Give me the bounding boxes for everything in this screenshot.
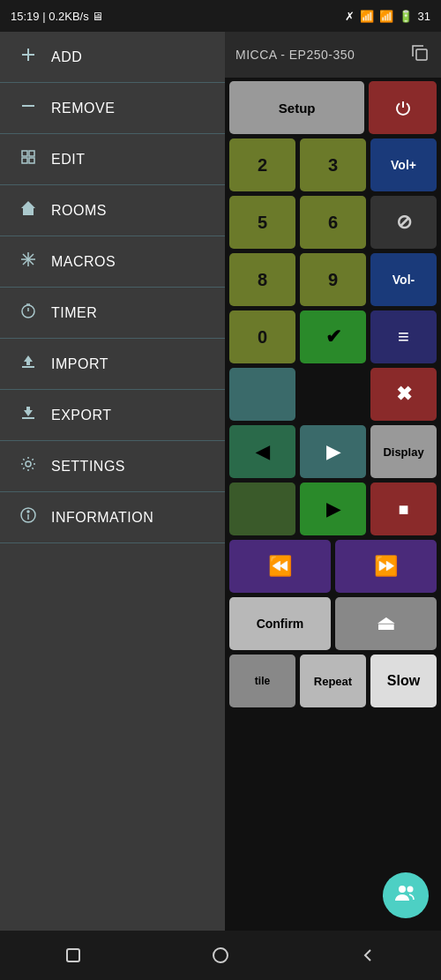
svg-marker-7 <box>21 201 35 215</box>
copy-icon[interactable] <box>409 42 430 68</box>
rooms-icon <box>18 199 39 221</box>
extra1-button[interactable] <box>229 368 295 421</box>
svg-rect-3 <box>22 151 27 156</box>
row-check: 0 ✔ ≡ <box>229 310 437 363</box>
sidebar-label-export: EXPORT <box>51 408 112 423</box>
nav-back[interactable] <box>350 938 385 973</box>
svg-marker-16 <box>24 355 33 365</box>
vol-plus-button[interactable]: Vol+ <box>370 138 437 191</box>
macros-icon <box>18 251 39 273</box>
remote-panel: MICCA - EP250-350 Setup 2 3 Vol+ 5 <box>225 32 441 931</box>
svg-rect-26 <box>67 949 79 961</box>
sidebar-label-macros: MACROS <box>51 254 116 270</box>
sidebar-item-rooms[interactable]: ROOMS <box>0 185 225 236</box>
row-teal-x: ✖ <box>229 368 437 421</box>
tile-button[interactable]: tile <box>229 655 295 707</box>
status-speed: 0.2KB/s <box>49 10 89 23</box>
num5-button[interactable]: 5 <box>229 196 295 249</box>
power-button[interactable] <box>369 81 437 134</box>
svg-point-25 <box>407 886 414 893</box>
row-repeat: tile Repeat Slow <box>229 655 437 707</box>
nav-circle[interactable] <box>203 938 238 973</box>
svg-rect-4 <box>29 151 34 156</box>
fab-icon <box>394 881 417 909</box>
setup-button[interactable]: Setup <box>229 81 364 134</box>
row-rew-ff: ⏪ ⏩ <box>229 540 437 593</box>
sidebar-label-information: INFORMATION <box>51 510 153 526</box>
vol-minus-button[interactable]: Vol- <box>370 253 437 306</box>
svg-rect-15 <box>22 366 34 368</box>
num0-button[interactable]: 0 <box>229 310 295 363</box>
row-stop: ▶ ■ <box>229 483 437 535</box>
num3-button[interactable]: 3 <box>300 138 366 191</box>
export-icon <box>18 404 39 426</box>
remote-buttons: Setup 2 3 Vol+ 5 6 ⊘ 8 9 Vol- <box>225 78 441 931</box>
row-2-3-vol: 2 3 Vol+ <box>229 138 437 191</box>
prev-button[interactable]: ◀ <box>229 425 295 478</box>
rewind-button[interactable]: ⏪ <box>229 540 331 593</box>
sidebar-item-add[interactable]: ADD <box>0 32 225 83</box>
sidebar-label-settings: SETTINGS <box>51 459 125 475</box>
num2-button[interactable]: 2 <box>229 138 295 191</box>
svg-point-27 <box>213 948 228 962</box>
row-setup: Setup <box>229 81 437 134</box>
sidebar-item-export[interactable]: EXPORT <box>0 390 225 441</box>
sidebar-item-timer[interactable]: TIMER <box>0 288 225 339</box>
sidebar-label-import: IMPORT <box>51 356 108 372</box>
bottom-nav <box>0 931 441 980</box>
edit-icon <box>18 148 39 170</box>
fab-button[interactable] <box>383 872 429 918</box>
information-icon <box>18 506 39 528</box>
mute-button[interactable]: ⊘ <box>370 196 437 249</box>
sidebar: ADD REMOVE EDIT ROOMS MACROS <box>0 32 225 931</box>
repeat-button[interactable]: Repeat <box>300 655 366 707</box>
bluetooth-icon: ✗ <box>345 10 355 23</box>
wifi-icon: 📶 <box>379 10 393 23</box>
remote-header: MICCA - EP250-350 <box>225 32 441 78</box>
battery-level: 31 <box>418 10 430 23</box>
sidebar-label-remove: REMOVE <box>51 101 115 116</box>
sidebar-item-macros[interactable]: MACROS <box>0 236 225 288</box>
signal-icon: 📶 <box>360 10 374 23</box>
slow-button[interactable]: Slow <box>370 655 437 707</box>
play2-button[interactable]: ▶ <box>300 483 366 535</box>
row-5-6-mute: 5 6 ⊘ <box>229 196 437 249</box>
confirm-button[interactable]: Confirm <box>229 597 331 650</box>
svg-point-24 <box>399 886 406 893</box>
stop-button[interactable]: ■ <box>370 483 437 535</box>
sidebar-item-remove[interactable]: REMOVE <box>0 83 225 134</box>
row-play: ◀ ▶ Display <box>229 425 437 478</box>
num6-button[interactable]: 6 <box>300 196 366 249</box>
remote-title: MICCA - EP250-350 <box>235 48 355 62</box>
svg-point-22 <box>27 511 29 512</box>
status-icons: ✗ 📶 📶 🔋 31 <box>345 10 430 23</box>
svg-rect-5 <box>22 158 27 163</box>
forward-button[interactable] <box>229 483 295 535</box>
screen-icon: 🖥 <box>92 10 103 23</box>
display-button[interactable]: Display <box>370 425 437 478</box>
close-button[interactable]: ✖ <box>370 368 437 421</box>
sidebar-item-settings[interactable]: SETTINGS <box>0 441 225 492</box>
play-button[interactable]: ▶ <box>300 425 366 478</box>
status-time: 15:19 <box>11 10 40 23</box>
eject-button[interactable]: ⏏ <box>335 597 437 650</box>
check-button[interactable]: ✔ <box>300 310 366 363</box>
sidebar-label-timer: TIMER <box>51 305 97 321</box>
ff-button[interactable]: ⏩ <box>335 540 437 593</box>
main-container: ADD REMOVE EDIT ROOMS MACROS <box>0 32 441 931</box>
sidebar-item-import[interactable]: IMPORT <box>0 339 225 390</box>
menu-button[interactable]: ≡ <box>370 310 437 363</box>
num8-button[interactable]: 8 <box>229 253 295 306</box>
battery-icon: 🔋 <box>399 10 413 23</box>
sidebar-item-information[interactable]: INFORMATION <box>0 492 225 543</box>
extra2-button[interactable] <box>300 368 366 421</box>
svg-rect-23 <box>416 49 427 60</box>
sidebar-item-edit[interactable]: EDIT <box>0 134 225 185</box>
svg-point-19 <box>26 461 31 467</box>
status-bar: 15:19 | 0.2KB/s 🖥 ✗ 📶 📶 🔋 31 <box>0 0 441 32</box>
remove-icon <box>18 97 39 119</box>
svg-rect-6 <box>29 158 34 163</box>
num9-button[interactable]: 9 <box>300 253 366 306</box>
nav-square[interactable] <box>56 938 91 973</box>
sidebar-label-rooms: ROOMS <box>51 203 107 219</box>
